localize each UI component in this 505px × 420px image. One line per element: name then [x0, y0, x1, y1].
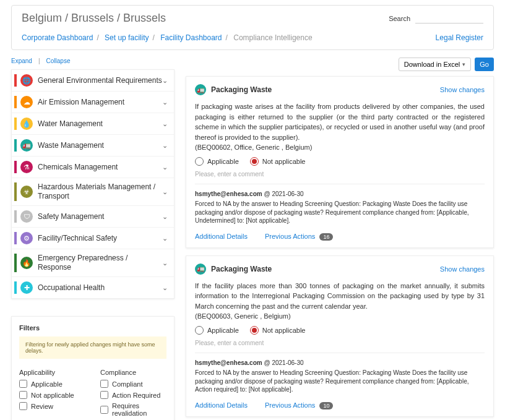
category-icon: ⚙ [20, 232, 33, 244]
compliance-heading: Compliance [100, 369, 166, 376]
forced-text: Forced to NA by the answer to Heading Sc… [195, 200, 485, 225]
category-label: Waste Management [38, 141, 162, 150]
previous-actions-link[interactable]: Previous Actions 16 [265, 233, 333, 240]
search-label: Search [389, 15, 410, 22]
download-excel-button[interactable]: Download in Excel [399, 58, 472, 71]
crumb-facility[interactable]: Facility Dashboard [160, 33, 222, 42]
category-label: General Environmental Requirements [38, 76, 162, 85]
chevron-down-icon: ⌄ [162, 213, 168, 221]
requirement-title: Packaging Waste [211, 265, 272, 273]
category-icon: 🌐 [20, 74, 33, 87]
category-icon: 🛡 [20, 210, 33, 223]
category-icon: 💧 [20, 118, 33, 130]
compliance-option[interactable]: Requires revalidation [100, 402, 166, 417]
category-icon: 🚛 [20, 139, 33, 152]
category-item[interactable]: 🔥Emergency Preparedness / Response⌄ [12, 249, 174, 277]
crumb-setup[interactable]: Set up facility [105, 33, 149, 42]
search-wrap: Search [389, 13, 483, 24]
chevron-down-icon: ⌄ [162, 120, 168, 128]
requirement-card: 🚛Packaging WasteShow changesIf the facil… [186, 255, 494, 417]
category-item[interactable]: ⚙Facility/Technical Safety⌄ [12, 228, 174, 249]
count-badge: 10 [319, 402, 333, 409]
category-label: Hazardous Materials Management / Transpo… [38, 182, 162, 201]
not-applicable-radio[interactable]: Not applicable [250, 157, 306, 166]
toolbar: Download in Excel Go [186, 58, 494, 71]
category-label: Occupational Health [38, 283, 162, 293]
go-button[interactable]: Go [475, 58, 494, 71]
chevron-down-icon: ⌄ [162, 284, 168, 292]
category-icon: ⚗ [20, 161, 33, 173]
compliance-option[interactable]: Action Required [100, 391, 166, 399]
search-input[interactable] [415, 13, 483, 24]
requirement-body: If packaging waste arises at the facilit… [195, 101, 485, 142]
checkbox-label: Compliant [112, 380, 143, 388]
chevron-down-icon: ⌄ [162, 77, 168, 85]
category-icon: ☁ [20, 96, 33, 108]
category-item[interactable]: 💧Water Management⌄ [12, 113, 174, 135]
comment-placeholder[interactable]: Please, enter a comment [195, 171, 485, 178]
filters-note: Filtering for newly applied changes migh… [19, 336, 166, 359]
category-item[interactable]: 🛡Safety Management⌄ [12, 206, 174, 228]
expand-link[interactable]: Expand [11, 58, 32, 64]
requirement-ref: (BEQ00603, Generic , Belgium) [195, 312, 485, 320]
category-item[interactable]: 🌐General Environmental Requirements⌄ [12, 70, 174, 92]
chevron-down-icon: ⌄ [162, 98, 168, 106]
category-item[interactable]: ☣Hazardous Materials Management / Transp… [12, 178, 174, 206]
applicable-radio[interactable]: Applicable [195, 157, 239, 166]
category-label: Safety Management [38, 212, 162, 221]
crumb-corporate[interactable]: Corporate Dashboard [22, 33, 93, 42]
previous-actions-link[interactable]: Previous Actions 10 [265, 401, 333, 409]
applicable-radio[interactable]: Applicable [195, 326, 239, 335]
checkbox[interactable] [19, 380, 27, 388]
category-item[interactable]: ✚Occupational Health⌄ [12, 277, 174, 298]
compliance-option[interactable]: Compliant [100, 380, 166, 388]
checkbox[interactable] [100, 380, 108, 388]
category-label: Emergency Preparedness / Response [38, 254, 162, 272]
filters-panel: Filters Filtering for newly applied chan… [11, 316, 175, 420]
category-icon: 🔥 [20, 257, 33, 269]
checkbox[interactable] [100, 391, 108, 399]
page-title: Belgium / Brussels / Brussels [22, 12, 166, 25]
category-label: Air Emission Management [38, 98, 162, 107]
checkbox[interactable] [19, 391, 27, 399]
chevron-down-icon: ⌄ [162, 234, 168, 242]
breadcrumb: Corporate Dashboard/ Set up facility/ Fa… [22, 33, 313, 42]
show-changes-link[interactable]: Show changes [440, 265, 485, 273]
applicability-heading: Applicability [19, 369, 85, 376]
legal-register-link[interactable]: Legal Register [436, 33, 483, 42]
applicability-option[interactable]: Applicable [19, 380, 85, 388]
category-icon: ✚ [20, 281, 33, 294]
applicability-radio-row: ApplicableNot applicable [195, 157, 485, 166]
requirement-body: If the facility places more than 300 ton… [195, 281, 485, 312]
category-item[interactable]: ⚗Chemicals Management⌄ [12, 156, 174, 178]
chevron-down-icon: ⌄ [162, 259, 168, 267]
additional-details-link[interactable]: Additional Details [195, 401, 248, 409]
checkbox-label: Requires revalidation [112, 402, 166, 417]
change-meta: hsmythe@enhesa.com @ 2021-06-30 [195, 191, 485, 197]
requirement-card: 🚛Packaging WasteShow changesIf packaging… [186, 76, 494, 248]
additional-details-link[interactable]: Additional Details [195, 233, 248, 240]
applicability-option[interactable]: Review [19, 402, 85, 410]
comment-placeholder[interactable]: Please, enter a comment [195, 340, 485, 346]
filters-title: Filters [19, 324, 166, 332]
requirement-title: Packaging Waste [211, 85, 272, 94]
checkbox[interactable] [19, 402, 27, 410]
page-header: Belgium / Brussels / Brussels Search Cor… [11, 5, 494, 50]
category-item[interactable]: ☁Air Emission Management⌄ [12, 92, 174, 113]
not-applicable-radio[interactable]: Not applicable [250, 326, 306, 335]
change-meta: hsmythe@enhesa.com @ 2021-06-30 [195, 359, 485, 366]
forced-text: Forced to NA by the answer to Heading Sc… [195, 369, 485, 394]
collapse-link[interactable]: Collapse [46, 58, 71, 64]
checkbox-label: Not applicable [31, 392, 74, 399]
category-item[interactable]: 🚛Waste Management⌄ [12, 135, 174, 156]
category-label: Water Management [38, 119, 162, 129]
applicability-option[interactable]: Not applicable [19, 391, 85, 399]
checkbox-label: Review [31, 403, 53, 410]
chevron-down-icon: ⌄ [162, 142, 168, 150]
checkbox[interactable] [100, 406, 108, 414]
category-list: 🌐General Environmental Requirements⌄☁Air… [11, 69, 175, 299]
checkbox-label: Applicable [31, 380, 63, 388]
waste-icon: 🚛 [195, 84, 206, 95]
chevron-down-icon: ⌄ [162, 188, 168, 196]
show-changes-link[interactable]: Show changes [440, 86, 485, 93]
